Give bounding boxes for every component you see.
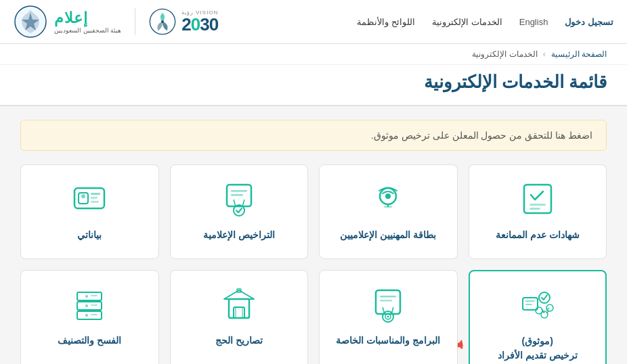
service-label-my-data: بياناتي (77, 228, 102, 242)
vision-badge: VISION رؤية 2030 (181, 10, 218, 33)
service-label-hajj-permits: تصاريح الحج (215, 334, 263, 348)
main-header: تسجيل دخول English الخدمات الإلكترونية ا… (0, 0, 627, 44)
svg-rect-25 (525, 300, 535, 302)
logo-sub: هيئة الصحفيين السعوديين (54, 27, 121, 34)
service-label-media-licenses: التراخيص الإعلامية (203, 228, 275, 242)
service-card-media-professionals[interactable]: بطاقة المهنيين الإعلاميين (319, 164, 458, 259)
electronic-services-link[interactable]: الخدمات الإلكترونية (432, 17, 502, 27)
service-card-programs-events[interactable]: البرامج والمناسبات الخاصة (319, 270, 458, 364)
filing-cabinet-icon (69, 287, 110, 324)
header-logo: VISION رؤية 2030 إعلام هيئة الصحفيين الس… (14, 5, 232, 39)
svg-rect-4 (529, 204, 546, 206)
vision-year: 2030 (181, 16, 218, 33)
services-grid: شهادات عدم الممانعة بطاقة المهنيين الإعل… (20, 164, 607, 364)
svg-rect-35 (380, 296, 396, 298)
id-broadcast-icon (368, 181, 408, 219)
svg-point-32 (536, 307, 542, 314)
service-card-hajj-permits[interactable]: تصاريح الحج (170, 270, 309, 364)
breadcrumb-separator: › (543, 49, 546, 59)
service-label-trusted-license: (موثوق)ترخيص تقديم الأفراد للمحتوى الإعل… (481, 334, 595, 364)
page-title-bar: قائمة الخدمات الإلكترونية (0, 65, 627, 106)
vision-emblem-icon (149, 8, 176, 35)
svg-point-51 (85, 295, 88, 298)
organization-emblem-icon (14, 5, 47, 39)
english-link[interactable]: English (519, 17, 548, 27)
svg-rect-5 (529, 208, 540, 210)
svg-marker-44 (224, 290, 254, 299)
logo-main: إعلام (54, 9, 88, 27)
certificate-check-icon (517, 181, 558, 219)
alert-banner[interactable]: اضغط هنا للتحقق من حصول المعلن على ترخيص… (20, 120, 607, 151)
social-license-icon (517, 288, 558, 325)
main-content: اضغط هنا للتحقق من حصول المعلن على ترخيص… (0, 106, 627, 364)
service-card-classification[interactable]: الفسح والتصنيف (20, 270, 159, 364)
arrow-container: (موثوق)ترخيص تقديم الأفراد للمحتوى الإعل… (469, 270, 607, 364)
svg-rect-20 (91, 197, 98, 199)
svg-point-39 (387, 316, 389, 318)
id-card-icon (69, 181, 110, 219)
svg-rect-19 (91, 193, 100, 195)
svg-rect-56 (91, 314, 98, 315)
service-label-media-professionals: بطاقة المهنيين الإعلاميين (340, 228, 436, 242)
breadcrumb-current: الخدمات الإلكترونية (472, 49, 537, 59)
svg-rect-42 (229, 299, 249, 318)
svg-rect-11 (231, 190, 247, 192)
hajj-kaaba-icon (219, 287, 259, 324)
svg-point-7 (385, 194, 391, 199)
regulations-link[interactable]: اللوائح والأنظمة (357, 17, 415, 27)
license-medal-icon (219, 181, 259, 219)
service-card-non-objection[interactable]: شهادات عدم الممانعة (469, 164, 607, 259)
svg-rect-36 (380, 300, 392, 302)
svg-rect-26 (525, 304, 532, 305)
svg-point-18 (81, 194, 85, 198)
svg-rect-12 (231, 194, 243, 196)
svg-rect-50 (77, 311, 102, 319)
svg-point-1 (161, 20, 164, 23)
svg-rect-54 (91, 295, 98, 296)
svg-line-14 (234, 200, 236, 206)
svg-rect-55 (91, 304, 98, 306)
page-title: قائمة الخدمات الإلكترونية (20, 72, 607, 93)
svg-point-52 (85, 304, 88, 307)
service-label-classification: الفسح والتصنيف (58, 334, 121, 348)
service-label-non-objection: شهادات عدم الممانعة (496, 228, 580, 242)
svg-rect-49 (77, 302, 102, 310)
svg-line-15 (242, 200, 244, 206)
programs-certificate-icon (368, 287, 408, 324)
service-label-programs-events: البرامج والمناسبات الخاصة (336, 334, 440, 348)
svg-rect-34 (376, 290, 400, 314)
svg-rect-48 (77, 292, 102, 300)
login-link[interactable]: تسجيل دخول (565, 17, 613, 27)
breadcrumb-home[interactable]: الصفحة الرئيسية (551, 49, 607, 59)
breadcrumb: الصفحة الرئيسية › الخدمات الإلكترونية (0, 44, 627, 65)
service-card-trusted-license[interactable]: (موثوق)ترخيص تقديم الأفراد للمحتوى الإعل… (469, 270, 607, 364)
service-card-my-data[interactable]: بياناتي (20, 164, 159, 259)
service-card-media-licenses[interactable]: التراخيص الإعلامية (170, 164, 309, 259)
svg-rect-21 (91, 201, 99, 203)
nav-links: تسجيل دخول English الخدمات الإلكترونية ا… (357, 17, 613, 27)
vision-logo: VISION رؤية 2030 (149, 8, 218, 35)
svg-rect-43 (234, 307, 244, 318)
svg-point-53 (85, 314, 88, 317)
logo-text: إعلام هيئة الصحفيين السعوديين (54, 9, 121, 34)
